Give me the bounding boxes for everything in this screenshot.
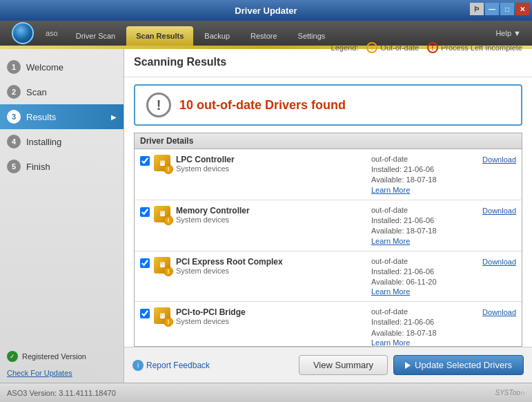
learn-more-4[interactable]: Learn More [371, 338, 410, 346]
sidebar-item-scan[interactable]: 2 Scan [0, 79, 124, 104]
maximize-button[interactable]: □ [500, 3, 514, 15]
big-warning-icon: ! [146, 93, 171, 117]
feedback-icon: i [132, 360, 144, 371]
driver-list[interactable]: 🖥 LPC Controller System devices out-of-d… [135, 149, 522, 346]
driver-status-col-3: out-of-date Installed: 21-06-06 Availabl… [371, 257, 468, 296]
sidebar-item-welcome[interactable]: 1 Welcome [0, 55, 124, 79]
registered-version: ✓ Registered Version [0, 347, 124, 366]
legend: Legend: ! Out-of-date ! Process Left Inc… [331, 42, 522, 53]
driver-name-4: PCI-to-PCI Bridge [176, 307, 371, 317]
scan-result-banner: ! 10 out-of-date Drivers found [134, 84, 522, 126]
logo-circle [12, 22, 34, 44]
close-button[interactable]: ✕ [515, 3, 529, 15]
driver-checkbox-4[interactable] [140, 309, 150, 318]
driver-icon-2: 🖥 [154, 206, 170, 222]
report-feedback-btn[interactable]: i Report Feedback [132, 360, 210, 371]
version-text: ASO3 Version: 3.11.4111.18470 [7, 389, 116, 397]
driver-info-2: Memory Controller System devices [176, 206, 371, 224]
driver-category-1: System devices [176, 164, 371, 173]
driver-details: Driver Details 🖥 LPC Controller System d… [134, 133, 522, 347]
learn-more-2[interactable]: Learn More [371, 237, 410, 245]
driver-download-2: Download [468, 206, 516, 216]
driver-available-2: Available: 18-07-18 [371, 226, 468, 236]
page-title: Scanning Results [134, 56, 226, 68]
learn-more-1[interactable]: Learn More [371, 186, 410, 194]
legend-label: Legend: [331, 44, 359, 52]
sidebar-num-5: 5 [7, 160, 21, 173]
tab-scan-results[interactable]: Scan Results [126, 26, 193, 46]
driver-name-2: Memory Controller [176, 206, 371, 216]
tab-settings[interactable]: Settings [288, 26, 335, 46]
driver-available-3: Available: 06-11-20 [371, 277, 468, 287]
tab-backup[interactable]: Backup [195, 26, 239, 46]
check-updates-link[interactable]: Check For Updates [0, 366, 124, 383]
play-icon [405, 362, 411, 369]
download-link-1[interactable]: Download [482, 155, 516, 164]
status-bar: ASO3 Version: 3.11.4111.18470 SYSToo∩ [0, 383, 532, 402]
sidebar-label-finish: Finish [26, 162, 50, 172]
driver-name-3: PCI Express Root Complex [176, 257, 371, 267]
sidebar-item-results[interactable]: 3 Results ▶ [0, 104, 124, 129]
window-title: Driver Updater [235, 6, 297, 16]
driver-name-1: LPC Controller [176, 155, 371, 164]
driver-icon-3: 🖥 [154, 257, 170, 274]
learn-more-3[interactable]: Learn More [371, 287, 410, 296]
driver-category-3: System devices [176, 267, 371, 275]
title-bar: Driver Updater 🏳 — □ ✕ [0, 0, 532, 21]
driver-installed-4: Installed: 21-06-06 [371, 317, 468, 327]
download-link-3[interactable]: Download [482, 258, 516, 266]
table-row: 🖥 PCI-to-PCI Bridge System devices out-o… [135, 302, 522, 346]
driver-status-1: out-of-date [371, 155, 468, 163]
tab-driver-scan[interactable]: Driver Scan [66, 26, 125, 46]
flag-button[interactable]: 🏳 [470, 3, 484, 15]
download-link-4[interactable]: Download [482, 308, 516, 316]
app-logo [6, 23, 40, 44]
driver-icon-1: 🖥 [154, 155, 170, 171]
registered-label: Registered Version [22, 352, 86, 361]
systool-logo: SYSToo∩ [495, 389, 525, 396]
aso-label: aso [46, 29, 58, 37]
driver-status-col-2: out-of-date Installed: 21-06-06 Availabl… [371, 206, 468, 245]
result-text: 10 out-of-date Drivers found [179, 98, 346, 113]
driver-category-2: System devices [176, 216, 371, 224]
legend-out-of-date: ! Out-of-date [366, 42, 419, 53]
warning-icon-pi: ! [427, 42, 438, 53]
sidebar-num-4: 4 [7, 135, 21, 149]
driver-status-4: out-of-date [371, 307, 468, 316]
driver-checkbox-2[interactable] [140, 207, 150, 217]
sidebar-item-finish[interactable]: 5 Finish [0, 154, 124, 179]
driver-info-1: LPC Controller System devices [176, 155, 371, 173]
sidebar-arrow: ▶ [111, 113, 117, 121]
sidebar-label-results: Results [26, 112, 56, 122]
help-menu[interactable]: Help ▼ [490, 26, 526, 40]
sidebar-item-installing[interactable]: 4 Installing [0, 129, 124, 154]
driver-checkbox-3[interactable] [140, 258, 150, 268]
driver-checkbox-1[interactable] [140, 156, 150, 166]
sidebar-label-installing: Installing [26, 137, 61, 147]
driver-info-3: PCI Express Root Complex System devices [176, 257, 371, 275]
report-feedback-label: Report Feedback [146, 361, 210, 370]
main-container: 1 Welcome 2 Scan 3 Results ▶ 4 Installin… [0, 49, 532, 383]
legend-process-incomplete: ! Process Left Incomplete [427, 42, 522, 53]
driver-installed-1: Installed: 21-06-06 [371, 164, 468, 175]
bottom-bar: i Report Feedback View Summary Update Se… [124, 347, 532, 383]
content-header: Scanning Results Legend: ! Out-of-date !… [124, 49, 532, 77]
driver-status-2: out-of-date [371, 206, 468, 214]
update-selected-button[interactable]: Update Selected Drivers [393, 355, 524, 375]
driver-info-4: PCI-to-PCI Bridge System devices [176, 307, 371, 325]
sidebar-num-3: 3 [7, 110, 21, 124]
driver-available-1: Available: 18-07-18 [371, 175, 468, 185]
driver-download-1: Download [468, 155, 516, 164]
sidebar-label-scan: Scan [26, 87, 47, 97]
minimize-button[interactable]: — [485, 3, 499, 15]
sidebar-label-welcome: Welcome [26, 62, 63, 73]
window-controls: 🏳 — □ ✕ [470, 3, 529, 15]
warning-icon-ood: ! [366, 42, 377, 53]
driver-download-3: Download [468, 257, 516, 267]
view-summary-button[interactable]: View Summary [299, 355, 388, 375]
driver-status-3: out-of-date [371, 257, 468, 265]
download-link-2[interactable]: Download [482, 207, 516, 215]
check-icon: ✓ [7, 351, 18, 362]
table-row: 🖥 Memory Controller System devices out-o… [135, 200, 522, 251]
tab-restore[interactable]: Restore [241, 26, 287, 46]
